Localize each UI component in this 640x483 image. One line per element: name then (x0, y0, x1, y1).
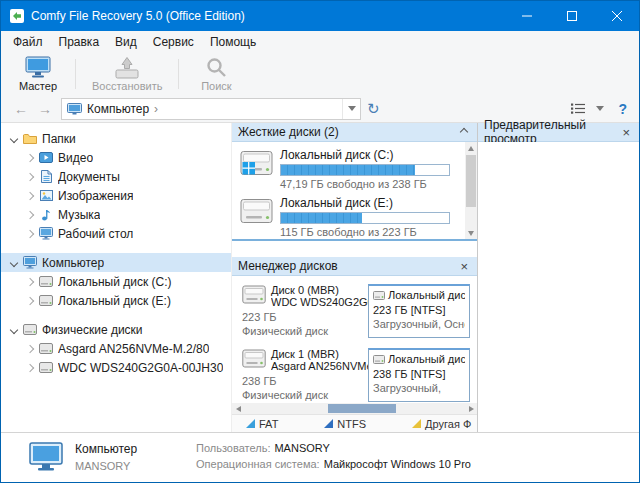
chevron-right-icon[interactable] (23, 365, 37, 371)
triangle-right-icon (469, 406, 474, 412)
menu-help[interactable]: Помощь (202, 32, 264, 52)
chevron-right-icon[interactable] (23, 279, 37, 285)
close-icon[interactable]: × (619, 126, 633, 139)
drives-list: Локальный диск (C:) 47,19 ГБ свободно из… (232, 142, 477, 239)
sidebar-item-label: Локальный диск (E:) (58, 294, 171, 308)
desktop-icon (37, 227, 55, 240)
titlebar: Comfy File Recovery 5.0 (Office Edition) (1, 1, 639, 31)
sidebar-item-label: Компьютер (42, 256, 104, 270)
fat-legend-icon (246, 419, 255, 428)
partition-flags: Загрузочный, Основ (373, 318, 465, 330)
close-icon[interactable]: × (457, 260, 471, 273)
disk-row-0[interactable]: Диск 0 (MBR) WDC WDS240G2G0A 223 ГБ Физи… (232, 284, 477, 338)
disk-kind: Физический диск (242, 325, 368, 337)
computer-icon (67, 103, 82, 115)
vertical-scrollbar[interactable] (465, 142, 477, 239)
disk-title: Диск 1 (MBR) (271, 348, 368, 360)
forward-button[interactable]: → (33, 101, 57, 117)
search-icon (205, 56, 228, 79)
chevron-right-icon[interactable] (23, 231, 37, 237)
toolbar-separator (75, 59, 76, 89)
sidebar-item-label: Рабочий стол (58, 227, 133, 241)
chevron-right-icon[interactable] (23, 346, 37, 352)
disk-kind: Физический диск (242, 389, 368, 401)
scrollbar-thumb[interactable] (466, 155, 476, 207)
sidebar-item-physical-disks[interactable]: Физические диски (1, 320, 231, 339)
ntfs-legend-icon (324, 419, 333, 428)
help-button[interactable]: ? (614, 101, 631, 117)
chevron-right-icon[interactable] (23, 298, 37, 304)
sidebar-item-label: Документы (58, 170, 120, 184)
collapse-panel-button[interactable] (457, 129, 471, 135)
minimize-button[interactable] (504, 1, 549, 31)
video-icon (37, 152, 55, 163)
sidebar-item-music[interactable]: Музыка (1, 205, 231, 224)
filesystem-legend: FAT NTFS Другая Ф (232, 414, 477, 432)
sidebar-item-label: Музыка (58, 208, 100, 222)
drive-item-c[interactable]: Локальный диск (C:) 47,19 ГБ свободно из… (232, 142, 477, 190)
sidebar-item-desktop[interactable]: Рабочий стол (1, 224, 231, 243)
chevron-down-icon[interactable] (7, 260, 21, 266)
close-button[interactable] (594, 1, 639, 31)
partition-box-1[interactable]: Локальный диск ( 238 ГБ [NTFS] Загрузочн… (368, 348, 470, 402)
scroll-right-button[interactable] (465, 403, 477, 414)
capacity-bar (280, 212, 450, 224)
statusbar-computer-block: Компьютер MANSORY (75, 442, 190, 472)
sidebar-item-disk-c[interactable]: Локальный диск (C:) (1, 272, 231, 291)
chevron-right-icon[interactable] (23, 193, 37, 199)
hard-disks-header: Жесткие диски (2) (232, 123, 477, 142)
sidebar-item-video[interactable]: Видео (1, 148, 231, 167)
preview-body (478, 142, 639, 432)
chevron-right-icon[interactable] (23, 174, 37, 180)
breadcrumb-separator-icon[interactable]: › (154, 102, 158, 116)
horizontal-scrollbar[interactable] (232, 403, 477, 414)
minimize-icon (522, 11, 532, 21)
chevron-down-icon[interactable] (7, 327, 21, 333)
menu-view[interactable]: Вид (107, 32, 145, 52)
legend-item-other: Другая Ф (412, 418, 471, 430)
sidebar-item-physical-disk0[interactable]: Asgard AN256NVMe-M.2/80 (1, 339, 231, 358)
refresh-button[interactable]: ↻ (361, 100, 386, 118)
partition-box-0[interactable]: Локальный диск ( 223 ГБ [NTFS] Загрузочн… (368, 284, 470, 338)
menu-file[interactable]: Файл (5, 32, 51, 52)
address-box[interactable]: Компьютер › (61, 98, 361, 120)
drive-icon (37, 276, 55, 287)
search-button[interactable]: Поиск (187, 54, 245, 94)
wizard-button[interactable]: Мастер (9, 54, 67, 94)
sidebar-item-physical-disk1[interactable]: WDC WDS240G2G0A-00JH30 (1, 358, 231, 377)
scroll-down-button[interactable] (465, 227, 477, 239)
address-dropdown-button[interactable] (342, 99, 360, 119)
sidebar-item-folders[interactable]: Папки (1, 129, 231, 148)
chevron-down-icon[interactable] (7, 136, 21, 142)
drive-free-space: 47,19 ГБ свободно из 238 ГБ (280, 178, 450, 190)
disk-model: WDC WDS240G2G0A (271, 296, 368, 308)
capacity-bar-fill (281, 165, 415, 175)
window-title: Comfy File Recovery 5.0 (Office Edition) (31, 9, 245, 23)
menu-service[interactable]: Сервис (145, 32, 202, 52)
disk-size: 223 ГБ (242, 311, 368, 323)
breadcrumb[interactable]: Компьютер (87, 102, 149, 116)
scrollbar-thumb[interactable] (328, 404, 396, 413)
drive-item-e[interactable]: Локальный диск (E:) 115 ГБ свободно из 2… (232, 190, 477, 238)
back-button[interactable]: ← (9, 101, 33, 117)
chevron-right-icon[interactable] (23, 212, 37, 218)
drive-name: Локальный диск (C:) (280, 148, 450, 162)
disk-row-1[interactable]: Диск 1 (MBR) Asgard AN256NVMe 238 ГБ Физ… (232, 348, 477, 402)
maximize-button[interactable] (549, 1, 594, 31)
menu-edit[interactable]: Правка (51, 32, 108, 52)
recover-button[interactable]: Восстановить (84, 54, 170, 94)
legend-label: NTFS (337, 418, 366, 430)
sidebar-item-label: Физические диски (42, 323, 143, 337)
sidebar-item-disk-e[interactable]: Локальный диск (E:) (1, 291, 231, 310)
scroll-up-button[interactable] (465, 142, 477, 154)
sidebar-item-computer[interactable]: Компьютер (1, 253, 231, 272)
scroll-left-button[interactable] (232, 403, 244, 414)
view-options-dropdown-icon[interactable] (596, 106, 604, 111)
sidebar-item-pictures[interactable]: Изображения (1, 186, 231, 205)
disk-title: Диск 0 (MBR) (271, 284, 368, 296)
computer-icon (29, 442, 63, 472)
sidebar-item-documents[interactable]: Документы (1, 167, 231, 186)
chevron-right-icon[interactable] (23, 155, 37, 161)
partition-size: 238 ГБ [NTFS] (373, 368, 465, 380)
view-options-button[interactable] (570, 102, 586, 115)
